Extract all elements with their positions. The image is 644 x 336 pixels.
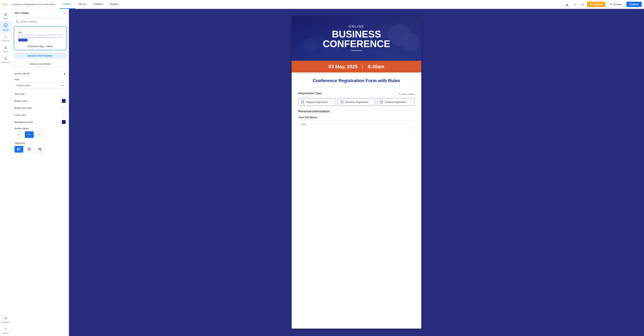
chevron-down-icon: ▾ bbox=[71, 3, 72, 5]
redo-button[interactable]: ↪ bbox=[580, 2, 585, 7]
button-text-color-row: Button text color bbox=[12, 104, 69, 111]
edit-panel-header: EDIT THEME « bbox=[12, 9, 69, 17]
form-header-image: ONLINE BUSINESS CONFERENCE bbox=[292, 16, 421, 61]
svg-rect-10 bbox=[28, 149, 30, 149]
font-select[interactable]: Please select bbox=[14, 82, 66, 89]
button-color-swatch[interactable] bbox=[62, 99, 66, 103]
align-center-option[interactable] bbox=[25, 146, 34, 153]
button-color-row: Button color bbox=[12, 97, 69, 104]
svg-rect-7 bbox=[17, 149, 20, 150]
app-logo[interactable]: 1 2 3 bbox=[2, 2, 9, 7]
sidebar-item-support[interactable]: ? Support bbox=[0, 325, 11, 336]
collapse-panel-button[interactable]: « bbox=[64, 12, 66, 15]
form-main-title: Conference Registration Form with Rules bbox=[298, 78, 415, 87]
publish-button[interactable]: Publish bbox=[626, 2, 642, 7]
text-color-row: Text color bbox=[12, 90, 69, 97]
main-layout: ⊞ Fields Design ☺ Thank You ⇅ Rules $ Pa… bbox=[0, 9, 644, 336]
radio-business bbox=[340, 101, 344, 104]
sidebar-item-feedback[interactable]: ✉ Feedback bbox=[0, 314, 11, 325]
registration-type-label: Registration Type bbox=[298, 92, 322, 95]
align-left-option[interactable] bbox=[14, 146, 23, 153]
preview-submit-button bbox=[18, 39, 28, 42]
option-business[interactable]: Business Registration bbox=[338, 98, 375, 106]
svg-text:1: 1 bbox=[2, 3, 4, 6]
tab-publish[interactable]: Publish ▾ bbox=[90, 0, 107, 9]
upgrade-button[interactable]: ♛ Upgrade bbox=[587, 2, 605, 7]
form-color-row: Form color bbox=[12, 111, 69, 119]
background-color-row: Background color bbox=[12, 119, 69, 126]
event-date: 03 May, 2025 bbox=[328, 64, 358, 70]
chevron-down-icon: ▾ bbox=[119, 3, 120, 5]
sidebar-item-thankyou[interactable]: ☺ Thank You bbox=[0, 33, 11, 44]
align-right-option[interactable] bbox=[35, 146, 44, 153]
alignment-label: Alignment bbox=[14, 142, 66, 144]
svg-rect-9 bbox=[28, 148, 31, 148]
cloud-save-button[interactable]: ☁ bbox=[564, 2, 570, 7]
registration-options: Regular Registration Business Registrati… bbox=[298, 98, 415, 106]
form-color-label: Form color bbox=[14, 114, 60, 116]
form-color-swatch[interactable] bbox=[62, 113, 66, 117]
svg-rect-15 bbox=[38, 149, 42, 150]
tab-setup[interactable]: Set up ▾ bbox=[75, 0, 90, 9]
x-icon: ✕ bbox=[398, 93, 400, 96]
tab-create[interactable]: Create ▾ bbox=[60, 0, 75, 9]
option-regular[interactable]: Regular Registration bbox=[298, 98, 336, 106]
header-text-block: ONLINE BUSINESS CONFERENCE bbox=[323, 25, 390, 53]
section-caret-icon: ▲ bbox=[63, 72, 66, 75]
fields-icon: ⊞ bbox=[4, 12, 7, 17]
design-icon bbox=[4, 23, 8, 28]
event-time: 8:30am bbox=[368, 64, 384, 70]
header-business-text: BUSINESS bbox=[323, 29, 390, 39]
quick-setup-title: QUICK SETUP bbox=[14, 73, 30, 75]
svg-text:3: 3 bbox=[6, 3, 7, 6]
svg-rect-8 bbox=[17, 150, 19, 151]
sidebar-item-design[interactable]: Design bbox=[0, 21, 11, 33]
preview-button[interactable]: 👁 Preview bbox=[607, 2, 624, 7]
form-container: ONLINE BUSINESS CONFERENCE 03 May, 2025 … bbox=[292, 16, 421, 328]
preview-fields bbox=[18, 35, 62, 38]
quick-setup-section[interactable]: QUICK SETUP ▲ bbox=[12, 70, 69, 77]
crown-icon: ♛ bbox=[590, 3, 592, 6]
payments-icon: $ bbox=[5, 56, 7, 61]
sidebar-item-fields[interactable]: ⊞ Fields bbox=[0, 11, 11, 21]
save-theme-button[interactable]: Save as new theme bbox=[14, 61, 66, 67]
browse-themes-button[interactable]: Browse other themes bbox=[14, 53, 66, 59]
main-content: ONLINE BUSINESS CONFERENCE 03 May, 2025 … bbox=[69, 9, 644, 336]
preview-aa-text: Aa bbox=[18, 31, 62, 34]
theme-preview-inner: Aa bbox=[16, 29, 64, 44]
nav-tabs: Create ▾ Set up ▾ Publish ▾ Results ▾ bbox=[60, 0, 564, 9]
edit-panel-title: EDIT THEME bbox=[14, 12, 29, 15]
button-text-color-swatch[interactable] bbox=[62, 106, 66, 110]
font-setting-row: Font bbox=[12, 77, 69, 82]
button-text-color-label: Button text color bbox=[14, 107, 60, 109]
top-nav: 1 2 3 Conference Registration Form with … bbox=[0, 0, 644, 9]
option-student[interactable]: Student Registration bbox=[377, 98, 415, 106]
eye-icon: 👁 bbox=[610, 3, 612, 6]
background-color-label: Background color bbox=[14, 121, 60, 124]
date-bar: 03 May, 2025 | 8:30am bbox=[292, 61, 421, 73]
nav-right-actions: ☁ ↩ ↪ ♛ Upgrade 👁 Preview Publish bbox=[564, 2, 642, 7]
background-color-swatch[interactable] bbox=[62, 120, 66, 124]
header-divider bbox=[351, 51, 362, 51]
sidebar-item-rules[interactable]: ⇅ Rules bbox=[0, 44, 11, 55]
search-settings-input[interactable] bbox=[20, 20, 64, 23]
edit-panel: EDIT THEME « 🔍 Aa Minimalist Indigo - Ed… bbox=[12, 9, 69, 336]
undo-button[interactable]: ↩ bbox=[572, 2, 578, 7]
form-body: Conference Registration Form with Rules … bbox=[292, 73, 421, 134]
text-color-label: Text color bbox=[14, 93, 60, 95]
button-color-label: Button color bbox=[14, 100, 60, 102]
border-radius-sharp[interactable]: ⌐ bbox=[14, 131, 23, 138]
clear-choice-button[interactable]: ✕ Clear choice bbox=[398, 93, 415, 96]
header-conference-text: CONFERENCE bbox=[323, 39, 390, 49]
border-radius-medium[interactable]: ⌐ bbox=[25, 131, 34, 138]
theme-preview-card: Aa Minimalist Indigo - Edited bbox=[14, 26, 66, 50]
tab-results[interactable]: Results ▾ bbox=[107, 0, 123, 9]
svg-text:2: 2 bbox=[4, 3, 5, 6]
first-name-input[interactable] bbox=[298, 120, 415, 128]
personal-info-heading: Personal Information bbox=[298, 110, 415, 113]
search-box: 🔍 bbox=[14, 19, 66, 24]
sidebar-item-payments[interactable]: $ Payments bbox=[0, 55, 11, 65]
alignment-options bbox=[12, 146, 69, 155]
border-radius-round[interactable]: ⌒ bbox=[35, 131, 44, 138]
text-color-swatch[interactable] bbox=[62, 92, 66, 96]
